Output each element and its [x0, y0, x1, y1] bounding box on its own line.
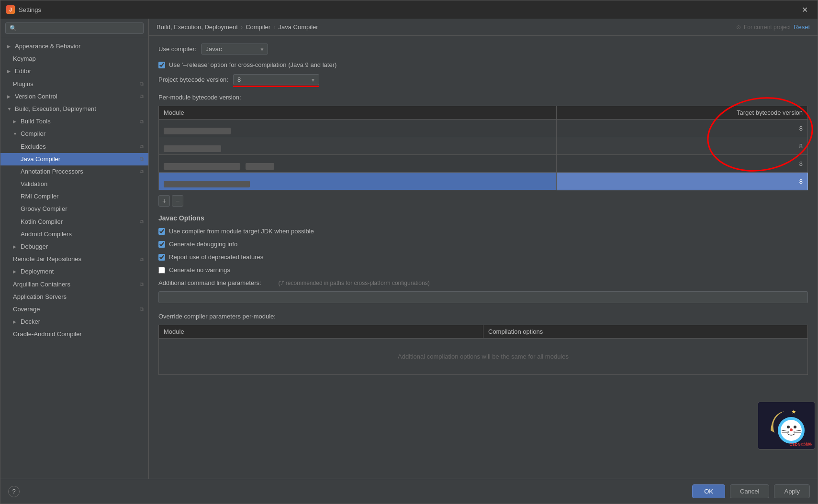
sidebar-item-coverage[interactable]: Coverage ⧉: [0, 303, 148, 316]
bytecode-dropdown-wrapper: 8 11 17 ▼: [233, 74, 319, 85]
sidebar-item-debugger[interactable]: ▶ Debugger: [0, 241, 148, 253]
copy-icon: ⧉: [140, 168, 144, 175]
additional-params-hint: ('/' recommended in paths for cross-plat…: [279, 280, 430, 286]
sidebar-item-gradle-android[interactable]: Gradle-Android Compiler: [0, 328, 148, 340]
panel-content: Use compiler: Javac Eclipse Ajc ▼ Use '-…: [149, 36, 818, 479]
sidebar-item-label: Excludes: [21, 142, 46, 151]
release-checkbox[interactable]: [158, 62, 165, 68]
sidebar-item-annotation[interactable]: Annotation Processors ⧉: [0, 165, 148, 178]
add-module-button[interactable]: +: [158, 195, 170, 207]
module-col-header: Module: [159, 106, 557, 120]
sidebar-item-validation[interactable]: Validation: [0, 178, 148, 190]
title-bar-left: J Settings: [6, 5, 41, 14]
sidebar-item-excludes[interactable]: Excludes ⧉: [0, 141, 148, 153]
override-table: Module Compilation options Additional co…: [158, 325, 808, 375]
chevron-icon: ▶: [13, 244, 18, 250]
no-warnings-checkbox[interactable]: [158, 267, 165, 274]
sidebar-item-build-exec[interactable]: ▼ Build, Execution, Deployment: [0, 103, 148, 115]
use-compiler-label: Use compiler:: [158, 45, 196, 53]
sidebar-item-label: Validation: [21, 180, 47, 188]
sidebar-item-build-tools[interactable]: ▶ Build Tools ⧉: [0, 115, 148, 128]
sidebar-item-label: Groovy Compiler: [21, 205, 67, 213]
right-panel: Build, Execution, Deployment › Compiler …: [149, 19, 818, 479]
search-input[interactable]: [5, 22, 144, 34]
sidebar-item-keymap[interactable]: Keymap: [0, 53, 148, 65]
javac-options-title: Javac Options: [158, 214, 808, 222]
deprecated-checkbox[interactable]: [158, 254, 165, 261]
sidebar-item-plugins[interactable]: Plugins ⧉: [0, 78, 148, 90]
for-project-label: For current project: [744, 24, 791, 31]
sidebar-item-label: Arquillian Containers: [13, 280, 70, 289]
table-row[interactable]: 8: [159, 120, 808, 137]
sidebar-item-deployment[interactable]: ▶ Deployment: [0, 265, 148, 278]
help-button[interactable]: ?: [8, 486, 20, 497]
sidebar-item-label: Version Control: [15, 92, 57, 101]
use-module-jdk-checkbox[interactable]: [158, 228, 165, 235]
chevron-icon: ▶: [7, 44, 12, 50]
sidebar-item-arquillian[interactable]: Arquillian Containers ⧉: [0, 278, 148, 291]
cancel-button[interactable]: Cancel: [730, 484, 769, 498]
sidebar-item-docker[interactable]: ▶ Docker: [0, 316, 148, 328]
gen-debug-checkbox[interactable]: [158, 241, 165, 248]
compiler-dropdown[interactable]: Javac Eclipse Ajc: [201, 44, 268, 55]
sidebar-item-editor[interactable]: ▶ Editor: [0, 65, 148, 77]
sidebar-item-app-servers[interactable]: Application Servers: [0, 291, 148, 303]
table-row[interactable]: 8: [159, 155, 808, 173]
sidebar-item-label: Application Servers: [13, 293, 67, 301]
blurred-module: [164, 163, 240, 170]
blurred-module: [164, 145, 221, 152]
breadcrumb-sep1: ›: [241, 23, 243, 31]
sidebar-item-label: Editor: [15, 67, 31, 76]
copy-icon: ⧉: [140, 93, 144, 100]
release-label: Use '--release' option for cross-compila…: [169, 61, 336, 68]
bytecode-dropdown[interactable]: 8 11 17: [233, 74, 319, 85]
sidebar-item-version-control[interactable]: ▶ Version Control ⧉: [0, 90, 148, 103]
ok-button[interactable]: OK: [692, 484, 725, 498]
breadcrumb-compiler: Compiler: [246, 23, 270, 31]
apply-button[interactable]: Apply: [774, 484, 810, 498]
version-cell: 8: [557, 120, 808, 137]
override-options-col: Compilation options: [483, 325, 808, 339]
sidebar-item-label: Build, Execution, Deployment: [15, 105, 96, 113]
sidebar-item-kotlin[interactable]: Kotlin Compiler ⧉: [0, 216, 148, 228]
for-project-icon: ⊙: [736, 24, 741, 31]
copy-icon: ⧉: [140, 306, 144, 313]
table-row-selected[interactable]: 8: [159, 173, 808, 190]
sidebar-item-appearance[interactable]: ▶ Appearance & Behavior: [0, 40, 148, 53]
sidebar-item-rmi[interactable]: RMI Compiler: [0, 190, 148, 203]
module-cell: [159, 137, 557, 155]
sidebar-item-label: Remote Jar Repositories: [13, 255, 81, 263]
sidebar-item-compiler[interactable]: ▼ Compiler: [0, 128, 148, 140]
chevron-icon: ▼: [7, 106, 12, 112]
search-box: [0, 19, 148, 38]
remove-module-button[interactable]: −: [172, 195, 183, 207]
main-content: ▶ Appearance & Behavior Keymap ▶ Editor …: [0, 19, 818, 479]
sidebar-item-label: Build Tools: [21, 117, 51, 126]
window-title: Settings: [19, 6, 41, 13]
sidebar-item-groovy[interactable]: Groovy Compiler: [0, 203, 148, 215]
additional-params-input[interactable]: [158, 291, 808, 303]
additional-params-section: Additional command line parameters: ('/'…: [158, 279, 808, 309]
sidebar-item-remote-jar[interactable]: Remote Jar Repositories ⧉: [0, 253, 148, 265]
breadcrumb-sep2: ›: [273, 23, 275, 31]
sidebar-item-label: Android Compilers: [21, 230, 72, 239]
sidebar-item-label: Java Compiler: [21, 155, 60, 164]
copy-icon: ⧉: [140, 143, 144, 150]
version-cell: 8: [557, 155, 808, 173]
override-module-col: Module: [159, 325, 483, 339]
sidebar-item-java-compiler[interactable]: Java Compiler ⧉: [0, 153, 148, 165]
table-row[interactable]: 8: [159, 137, 808, 155]
copy-icon: ⧉: [140, 256, 144, 263]
additional-params-header: Additional command line parameters: ('/'…: [158, 279, 808, 288]
sidebar-item-android-compilers[interactable]: Android Compilers: [0, 228, 148, 241]
copy-icon: ⧉: [140, 218, 144, 225]
bottom-right: OK Cancel Apply: [692, 484, 810, 498]
option-row-0: Use compiler from module target JDK when…: [158, 228, 808, 235]
reset-button[interactable]: Reset: [794, 23, 810, 31]
sidebar-item-label: Compiler: [21, 130, 45, 138]
version-cell-selected: 8: [557, 173, 808, 190]
bytecode-label: Project bytecode version:: [158, 76, 228, 83]
chevron-icon: ▶: [7, 94, 12, 100]
copy-icon: ⧉: [140, 155, 144, 163]
close-button[interactable]: ✕: [798, 3, 812, 16]
